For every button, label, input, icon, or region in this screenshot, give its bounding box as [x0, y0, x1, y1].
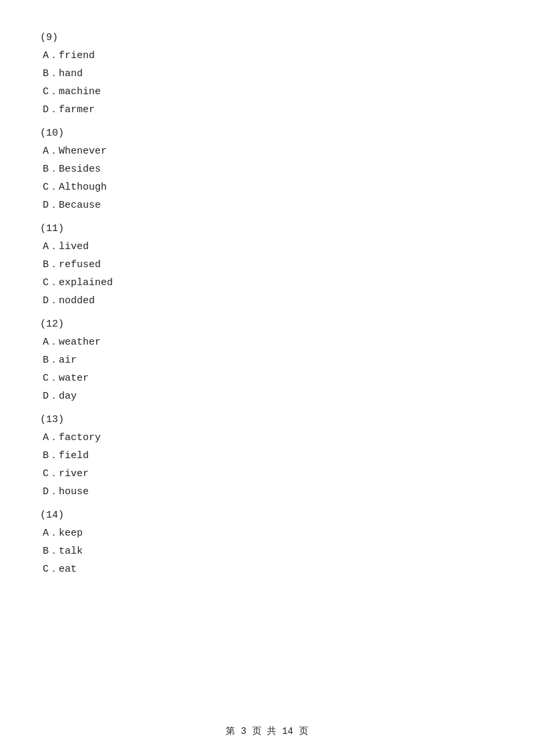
option-q4-3: D．house [40, 485, 494, 498]
question-number-0: (9) [40, 32, 494, 43]
option-q3-0: A．weather [40, 335, 494, 348]
question-number-5: (14) [40, 510, 494, 521]
option-q1-3: D．Because [40, 198, 494, 211]
question-number-3: (12) [40, 319, 494, 330]
option-q4-1: B．field [40, 449, 494, 461]
option-q0-1: B．hand [40, 67, 494, 79]
option-q2-3: D．nodded [40, 294, 494, 307]
option-q2-2: C．explained [40, 276, 494, 289]
option-q5-1: B．talk [40, 544, 494, 557]
option-q0-3: D．farmer [40, 103, 494, 116]
option-q4-0: A．factory [40, 431, 494, 443]
option-q2-0: A．lived [40, 240, 494, 252]
option-q3-2: C．water [40, 371, 494, 384]
option-q5-0: A．keep [40, 526, 494, 539]
page-content: (9)A．friendB．handC．machineD．farmer(10)A．… [0, 0, 534, 620]
question-number-4: (13) [40, 414, 494, 425]
option-q1-0: A．Whenever [40, 144, 494, 157]
option-q2-1: B．refused [40, 258, 494, 270]
option-q1-1: B．Besides [40, 162, 494, 175]
option-q5-2: C．eat [40, 562, 494, 575]
option-q0-2: C．machine [40, 85, 494, 98]
footer-text: 第 3 页 共 14 页 [226, 726, 308, 737]
option-q3-3: D．day [40, 389, 494, 402]
page-footer: 第 3 页 共 14 页 [0, 725, 534, 737]
option-q4-2: C．river [40, 467, 494, 480]
question-number-2: (11) [40, 223, 494, 234]
option-q3-1: B．air [40, 353, 494, 366]
question-number-1: (10) [40, 128, 494, 139]
option-q0-0: A．friend [40, 49, 494, 61]
option-q1-2: C．Although [40, 180, 494, 193]
